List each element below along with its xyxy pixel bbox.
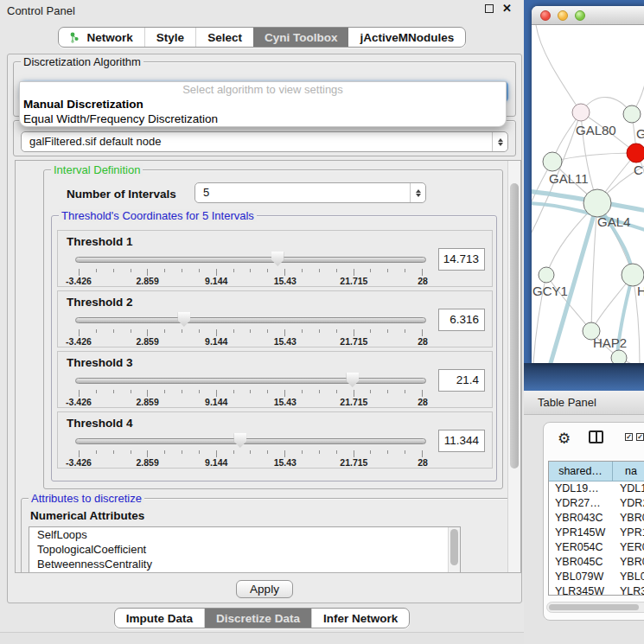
- table-horizontal-scrollbar[interactable]: [546, 602, 644, 613]
- cell-name: YLR3: [613, 584, 644, 596]
- bottom-tab-label: Discretize Data: [216, 612, 300, 625]
- dropdown-option[interactable]: Manual Discretization: [20, 97, 506, 112]
- network-view-window[interactable]: GAL80 GA C GAL11 GAL4 GCY1 H HAP2: [532, 6, 644, 363]
- network-frame-bottom: [524, 363, 644, 391]
- checkbox-icon[interactable]: ✓: [636, 433, 644, 441]
- table-row[interactable]: YER054C YER0: [549, 540, 644, 555]
- close-traffic-light-icon[interactable]: [540, 10, 551, 21]
- screen: Control Panel ✕ Network St: [0, 0, 644, 644]
- table-row[interactable]: YDL19… YDL1: [549, 481, 644, 496]
- threshold-panel: Threshold 1 -3.4262.8599.14415.4321.7152…: [57, 230, 493, 287]
- checkbox-icon[interactable]: ✓: [625, 433, 633, 441]
- slider-tick-labels: -3.4262.8599.14415.4321.71528: [79, 457, 423, 468]
- gear-icon[interactable]: ⚙: [558, 430, 571, 448]
- node-gal80[interactable]: [572, 104, 590, 121]
- table-data-selected-value: galFiltered.sif default node: [29, 135, 161, 148]
- settings-scrollbar[interactable]: [507, 161, 520, 572]
- network-canvas[interactable]: GAL80 GA C GAL11 GAL4 GCY1 H HAP2: [532, 25, 644, 363]
- top-tab-label: Network: [87, 31, 133, 44]
- threshold-value-field[interactable]: 6.316: [438, 309, 485, 331]
- bottom-tab[interactable]: Infer Network: [311, 609, 409, 628]
- table-body: YDL19… YDL1 YDR27… YDR2 YBR043C YBR0: [549, 481, 644, 596]
- threshold-slider[interactable]: -3.4262.8599.14415.4321.71528: [75, 250, 426, 286]
- num-intervals-value: 5: [203, 186, 209, 199]
- list-scrollbar-thumb[interactable]: [450, 529, 458, 565]
- column-header-shared-name[interactable]: shared…: [549, 462, 613, 481]
- combo-stepper-icon[interactable]: [492, 132, 507, 151]
- float-window-icon[interactable]: [485, 4, 494, 13]
- attribute-list-item[interactable]: BetweennessCentrality: [29, 557, 460, 571]
- attribute-list-item[interactable]: TopologicalCoefficient: [29, 542, 460, 557]
- top-tab-label: jActiveMNodules: [360, 31, 454, 44]
- threshold-label: Threshold 4: [67, 417, 133, 430]
- slider-thumb[interactable]: [177, 312, 190, 327]
- top-tab[interactable]: Select: [195, 28, 253, 47]
- bottom-tab[interactable]: Impute Data: [115, 609, 204, 628]
- zoom-traffic-light-icon[interactable]: [575, 10, 585, 21]
- top-tab[interactable]: Network: [59, 28, 144, 47]
- slider-thumb[interactable]: [271, 252, 284, 266]
- table-row[interactable]: YPR145W YPR1: [549, 526, 644, 540]
- slider-track[interactable]: [75, 438, 426, 444]
- slider-ticks: [79, 450, 423, 457]
- table-row[interactable]: YBL079W YBL0: [549, 570, 644, 584]
- interval-definition-group: Interval Definition Number of Intervals …: [43, 169, 503, 489]
- top-tab[interactable]: Cyni Toolbox: [253, 28, 349, 47]
- cell-shared-name: YBR043C: [549, 511, 613, 526]
- attributes-listbox[interactable]: SelfLoops TopologicalCoefficient Between…: [29, 526, 461, 573]
- minimize-traffic-light-icon[interactable]: [558, 10, 568, 21]
- threshold-slider[interactable]: -3.4262.8599.14415.4321.71528: [75, 310, 426, 347]
- table-panel-card: ⚙ ✓ ✓ shared… na YDL19… YDL1: [543, 422, 644, 621]
- slider-thumb[interactable]: [346, 373, 359, 387]
- node-gcy1[interactable]: [539, 267, 554, 283]
- slider-track[interactable]: [75, 257, 426, 263]
- combo-stepper-icon[interactable]: [410, 183, 425, 202]
- node-gal11[interactable]: [543, 152, 562, 171]
- threshold-slider[interactable]: -3.4262.8599.14415.4321.71528: [75, 431, 426, 468]
- close-icon[interactable]: ✕: [502, 4, 512, 13]
- top-tab[interactable]: Style: [144, 28, 195, 47]
- table-row[interactable]: YBR043C YBR0: [549, 511, 644, 526]
- node-gal4[interactable]: [583, 189, 611, 217]
- cell-name: YBL0: [613, 570, 644, 584]
- num-intervals-combobox[interactable]: 5: [194, 182, 426, 203]
- table-toolbar: ⚙ ✓ ✓: [544, 428, 644, 449]
- cell-shared-name: YER054C: [549, 540, 613, 555]
- table-row[interactable]: YDR27… YDR2: [549, 496, 644, 511]
- table-row[interactable]: YLR345W YLR3: [549, 584, 644, 596]
- top-tab-label: Select: [207, 31, 242, 44]
- slider-thumb[interactable]: [233, 433, 246, 448]
- bottom-tab[interactable]: Discretize Data: [204, 609, 311, 628]
- attribute-list-item[interactable]: SelfLoops: [29, 527, 460, 542]
- node-selected-red[interactable]: [627, 143, 644, 163]
- node-top-right[interactable]: [623, 105, 641, 123]
- slider-tick-labels: -3.4262.8599.14415.4321.71528: [79, 276, 423, 286]
- slider-track[interactable]: [75, 378, 426, 384]
- table-row[interactable]: YBR045C YBR0: [549, 555, 644, 570]
- dropdown-placeholder-option[interactable]: Select algorithm to view settings: [20, 82, 506, 97]
- top-tab[interactable]: jActiveMNodules: [348, 28, 465, 47]
- threshold-value-field[interactable]: 11.344: [438, 430, 485, 452]
- apply-button[interactable]: Apply: [236, 580, 293, 598]
- dropdown-option[interactable]: Equal Width/Frequency Discretization: [20, 112, 506, 126]
- threshold-value-field[interactable]: 21.4: [438, 369, 485, 392]
- table-scrollbar-thumb[interactable]: [549, 604, 639, 610]
- bottom-tabstrip: Impute Data Discretize Data Infer Networ…: [114, 608, 410, 628]
- top-tab-label: Style: [156, 31, 184, 44]
- threshold-value-field[interactable]: 14.713: [438, 248, 485, 271]
- node-bottom[interactable]: [611, 350, 627, 363]
- cell-name: YDR2: [613, 496, 644, 511]
- network-window-titlebar[interactable]: [532, 6, 644, 25]
- split-view-icon[interactable]: [589, 430, 603, 443]
- settings-scrollbar-thumb[interactable]: [510, 183, 519, 469]
- cell-shared-name: YBL079W: [549, 570, 613, 584]
- cell-name: YPR1: [613, 526, 644, 540]
- slider-track[interactable]: [75, 317, 426, 323]
- column-header-name[interactable]: na: [613, 462, 644, 481]
- threshold-slider[interactable]: -3.4262.8599.14415.4321.71528: [75, 371, 426, 407]
- network-nodes[interactable]: [539, 104, 644, 363]
- table-data-combobox[interactable]: galFiltered.sif default node: [21, 131, 508, 152]
- status-strip: [0, 633, 524, 644]
- list-scrollbar[interactable]: [448, 527, 460, 573]
- node-table: shared… na YDL19… YDL1 YDR27… YDR2: [548, 461, 644, 596]
